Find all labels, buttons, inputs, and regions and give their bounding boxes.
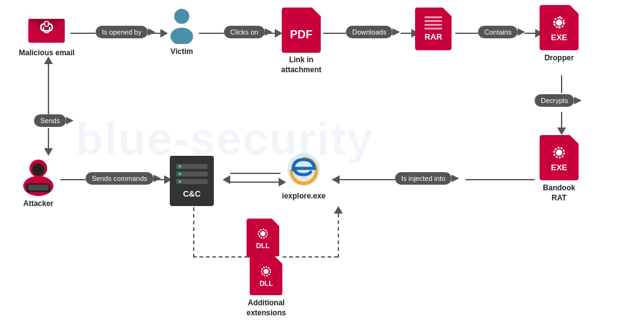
pdf-icon: PDF	[282, 8, 321, 53]
svg-rect-3	[45, 21, 48, 26]
dropper-label: Dropper	[545, 53, 574, 63]
pdf-node: PDF Link inattachment	[281, 8, 321, 75]
malicious-email-node: Malicious email	[19, 13, 75, 58]
victim-icon	[165, 8, 199, 44]
victim-node: Victim	[165, 8, 199, 57]
iexplore-node: iexplore.exe	[282, 151, 326, 202]
svg-point-16	[260, 231, 265, 236]
cnc-server-icon: C&C	[170, 156, 214, 206]
svg-point-5	[170, 28, 193, 44]
attacker-node: Attacker	[18, 151, 59, 209]
victim-label: Victim	[170, 47, 193, 57]
decrypts-pill: Decrypts	[535, 94, 574, 107]
sends-commands-pill: Sends commands	[86, 172, 153, 185]
sends-pill: Sends	[34, 114, 66, 127]
watermark: blue-security	[75, 113, 374, 165]
bandook-node: EXE BandookRAT	[540, 135, 579, 203]
downloads-pill: Downloads	[346, 26, 392, 38]
contains-pill: Contains	[478, 26, 518, 38]
ie-icon	[282, 151, 326, 188]
diagram: blue-security Malicious email Is opened …	[0, 0, 644, 321]
dll-node-2: DLL Additionalextensions	[247, 256, 286, 318]
bandook-label: BandookRAT	[543, 183, 575, 203]
dll-additional-label: Additionalextensions	[247, 298, 286, 318]
rar-icon: RAR	[415, 8, 452, 50]
is-opened-by-pill: Is opened by	[96, 26, 148, 38]
svg-point-12	[32, 163, 45, 176]
svg-rect-14	[28, 185, 48, 190]
envelope-icon	[27, 13, 66, 45]
hacker-icon	[18, 151, 59, 196]
svg-point-8	[556, 150, 562, 156]
cnc-node: C&C	[170, 156, 214, 206]
svg-point-18	[264, 269, 269, 274]
dll-icon-1: DLL	[247, 219, 279, 258]
dropper-icon: EXE	[540, 5, 579, 50]
rar-node: RAR	[415, 8, 452, 50]
dropper-node: EXE Dropper	[540, 5, 579, 63]
svg-point-6	[556, 19, 562, 26]
is-injected-into-pill: Is injected into	[395, 172, 452, 185]
attacker-label: Attacker	[23, 199, 53, 209]
iexplore-label: iexplore.exe	[282, 192, 325, 202]
pdf-label: Link inattachment	[281, 55, 321, 75]
clicks-on-pill: Clicks on	[224, 26, 265, 38]
dll-node-1: DLL	[247, 219, 279, 258]
dll-icon-2: DLL	[250, 256, 282, 295]
svg-point-4	[174, 9, 189, 24]
bandook-icon: EXE	[540, 135, 579, 180]
